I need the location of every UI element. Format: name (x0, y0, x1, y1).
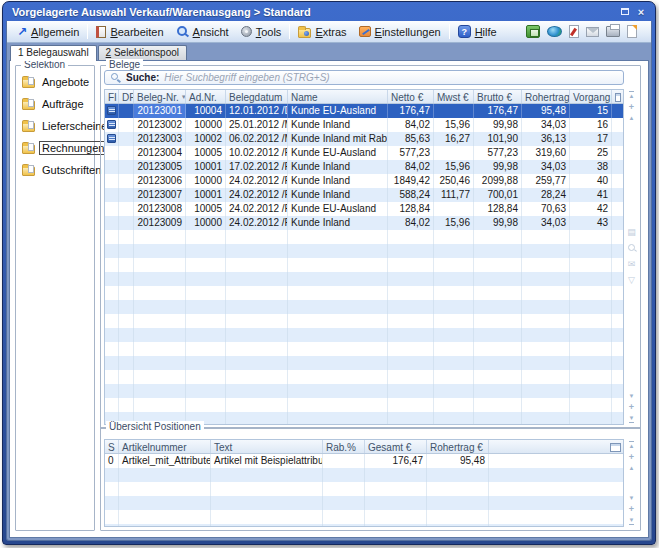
column-header-dr[interactable]: DR (119, 90, 134, 103)
column-header-name[interactable]: Name (288, 90, 388, 103)
sidebar-item-rechnungen[interactable]: Rechnungen (22, 141, 94, 155)
column-header-text[interactable]: Text (211, 440, 323, 453)
restore-button[interactable] (617, 5, 633, 19)
cell-empty (365, 482, 427, 496)
cell-empty (105, 230, 119, 244)
cell-empty (119, 356, 134, 370)
cell-artikelnummer: Artikel_mit_Attributen (119, 454, 211, 468)
column-header-fi[interactable]: FI (105, 90, 119, 103)
table-row[interactable]: 201230051000117.02.2012 /FrKunde Inland8… (105, 160, 623, 174)
cell-empty (105, 258, 119, 272)
cell-empty (105, 356, 119, 370)
scroll-top-icon[interactable]: ▲ (629, 441, 635, 449)
email-icon[interactable] (586, 27, 599, 37)
cell-empty (186, 384, 226, 398)
column-header-rab[interactable]: Rab.% (323, 440, 365, 453)
column-header-ad[interactable]: Ad.Nr. (186, 90, 226, 103)
column-header-datum[interactable]: Belegdatum (226, 90, 288, 103)
cell-vorgang: 42 (570, 202, 612, 216)
table-row[interactable]: 201230061000024.02.2012 /FrKunde Inland1… (105, 174, 623, 188)
scroll-bottom-icon[interactable]: ▼ (629, 517, 635, 525)
empty-row (105, 468, 623, 482)
column-header-rohertrag[interactable]: Rohertrag € (522, 90, 570, 103)
table-row[interactable]: 201230011000412.01.2012 /DoKunde EU-Ausl… (105, 104, 623, 118)
search-input[interactable]: Hier Suchbegriff eingeben (STRG+S) (164, 72, 329, 83)
cell-ad: 10000 (186, 216, 226, 230)
report-icon[interactable] (569, 25, 579, 38)
cell-_f (612, 160, 623, 174)
cell-fi (105, 216, 119, 230)
cell-datum: 17.02.2012 /Fr (226, 160, 288, 174)
cell-dr (119, 132, 134, 146)
add-row-icon[interactable]: + (629, 103, 634, 111)
cell-empty (474, 258, 522, 272)
cell-empty (612, 370, 623, 384)
tab-selektionspool[interactable]: 2 Selektionspool (98, 45, 187, 60)
column-header-brutto[interactable]: Brutto € (474, 90, 522, 103)
cell-dr (119, 188, 134, 202)
menu-extras[interactable]: Extras (292, 24, 352, 40)
filter-icon[interactable]: ▽ (628, 275, 635, 285)
column-header-vorgang[interactable]: Vorgang (570, 90, 612, 103)
cell-brutto: 700,01 (474, 188, 522, 202)
menu-einstellungen[interactable]: Einstellungen (353, 24, 447, 40)
cell-empty (288, 244, 388, 258)
empty-row (105, 524, 623, 527)
scroll-down-icon[interactable]: ▼ (629, 393, 635, 399)
column-header-gesamt[interactable]: Gesamt € (365, 440, 427, 453)
zoom-icon[interactable] (627, 243, 637, 253)
column-header-s[interactable]: S (105, 440, 119, 453)
scroll-bottom-icon[interactable]: ▼ (629, 415, 635, 423)
cell-empty (288, 328, 388, 342)
table-row[interactable]: 201230091000024.02.2012 /FrKunde Inland8… (105, 216, 623, 230)
add-row-icon[interactable]: + (629, 505, 634, 513)
cell-empty (186, 258, 226, 272)
table-row[interactable]: 201230021000025.01.2012 /MiKunde Inland8… (105, 118, 623, 132)
column-header-beleg[interactable]: Beleg-Nr.▼ (134, 90, 186, 103)
new-document-icon[interactable] (627, 25, 637, 38)
cell-empty (570, 342, 612, 356)
web-icon[interactable] (547, 26, 562, 37)
table-row[interactable]: 201230031000206.02.2012 /MoKunde Inland … (105, 132, 623, 146)
close-button[interactable]: × (633, 5, 649, 19)
column-header-netto[interactable]: Netto € (388, 90, 434, 103)
scroll-down-icon[interactable]: ▼ (629, 495, 635, 501)
sidebar-item-auftraege[interactable]: Aufträge (22, 97, 94, 111)
scroll-up-icon[interactable]: ▲ (629, 465, 635, 471)
menu-bearbeiten[interactable]: Bearbeiten (90, 24, 169, 40)
cell-empty (474, 286, 522, 300)
menu-hilfe[interactable]: ? Hilfe (452, 23, 503, 40)
menu-ansicht[interactable]: Ansicht (170, 23, 235, 40)
column-header-artikelnummer[interactable]: Artikelnummer (119, 440, 211, 453)
table-row[interactable]: 201230081000524.02.2012 /FrKunde EU-Ausl… (105, 202, 623, 216)
mail-icon[interactable]: ✉ (628, 259, 636, 269)
cell-empty (119, 524, 211, 527)
table-row[interactable]: 0Artikel_mit_AttributenArtikel mit Beisp… (105, 454, 623, 468)
column-chooser-icon[interactable] (610, 443, 621, 452)
column-header-rohertrag[interactable]: Rohertrag € (427, 440, 489, 453)
table-row[interactable]: 201230041000510.02.2012 /FrKunde EU-Ausl… (105, 146, 623, 160)
menu-allgemein[interactable]: ↗ Allgemein (11, 24, 85, 40)
cell-datum: 24.02.2012 /Fr (226, 202, 288, 216)
table-row[interactable]: 201230071000124.02.2012 /FrKunde Inland5… (105, 188, 623, 202)
add-row-icon[interactable]: + (629, 403, 634, 411)
export-icon[interactable] (526, 25, 540, 38)
cell-empty (105, 300, 119, 314)
tab-belegauswahl[interactable]: 1 Belegauswahl (10, 45, 97, 61)
cell-empty (570, 328, 612, 342)
column-chooser-icon[interactable] (615, 93, 621, 102)
print-icon[interactable] (606, 26, 620, 37)
menu-tools[interactable]: Tools (235, 24, 288, 40)
add-row-icon[interactable]: + (629, 453, 634, 461)
sidebar-item-angebote[interactable]: Angebote (22, 75, 94, 89)
scroll-up-icon[interactable]: ▲ (629, 115, 635, 121)
search-bar[interactable]: Suche: Hier Suchbegriff eingeben (STRG+S… (104, 70, 624, 85)
cell-rab (323, 454, 365, 468)
cell-_f (489, 454, 623, 468)
column-header-mwst[interactable]: Mwst € (434, 90, 474, 103)
sidebar-item-lieferscheine[interactable]: Lieferscheine (22, 119, 94, 133)
card-view-icon[interactable]: ▤ (627, 227, 636, 237)
sidebar-item-gutschriften[interactable]: Gutschriften (22, 163, 94, 177)
scroll-top-icon[interactable]: ▲ (629, 91, 635, 99)
menu-separator (289, 24, 290, 39)
